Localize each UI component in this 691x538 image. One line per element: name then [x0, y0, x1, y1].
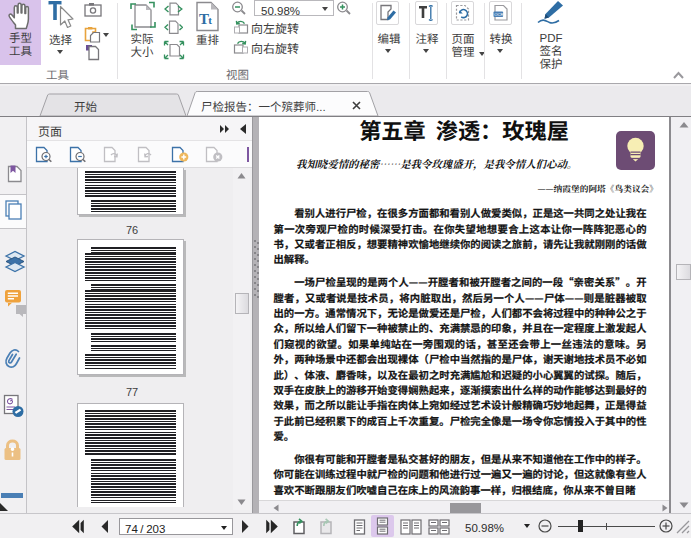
svg-text:t: t — [208, 14, 212, 26]
svg-text:OCR: OCR — [494, 12, 503, 17]
